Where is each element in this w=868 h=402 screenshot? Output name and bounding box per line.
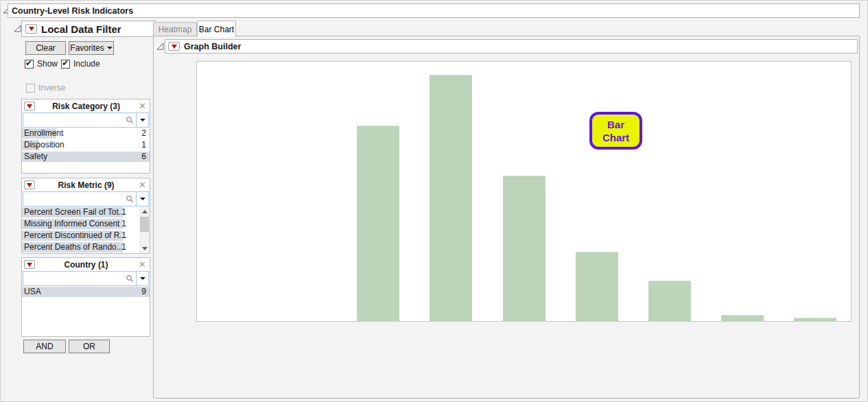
checkbox-unchecked-icon — [26, 84, 35, 93]
graph-collapse-triangle-icon[interactable] — [156, 43, 164, 50]
filter-value-list: Enrollment2Disposition1Safety6 — [22, 128, 150, 173]
item-label: Percent Deaths of Rando... — [22, 242, 124, 252]
item-label: Enrollment — [22, 128, 63, 138]
or-button[interactable]: OR — [69, 340, 110, 353]
clear-button[interactable]: Clear — [25, 41, 66, 55]
bar[interactable] — [721, 315, 764, 322]
bar[interactable] — [648, 281, 691, 322]
dropdown-arrow-icon — [140, 119, 145, 121]
filter-collapse-triangle-icon[interactable] — [14, 25, 21, 32]
graph-title-bar: Graph Builder — [165, 39, 858, 54]
close-icon[interactable]: ✕ — [137, 180, 148, 189]
section-menu-button[interactable] — [24, 180, 35, 189]
red-triangle-icon — [29, 27, 34, 31]
bar[interactable] — [430, 75, 472, 322]
search-icon — [125, 194, 134, 204]
filter-menu-button[interactable] — [25, 24, 37, 34]
tab-heatmap-label: Heatmap — [159, 25, 192, 34]
list-item[interactable]: Percent Discontinued of R...1 — [22, 230, 139, 241]
item-count: 1 — [121, 218, 126, 230]
clear-button-label: Clear — [36, 43, 56, 53]
item-label: Percent Screen Fail of Tot... — [22, 207, 126, 217]
filter-value-list: Percent Screen Fail of Tot...1Missing In… — [22, 206, 150, 253]
favorites-button-label: Favorites — [70, 43, 104, 53]
inverse-label: Inverse — [38, 83, 65, 93]
list-item[interactable]: Safety6 — [22, 151, 150, 163]
scroll-down-icon[interactable] — [139, 244, 150, 253]
section-title: Risk Category (3) — [37, 102, 135, 111]
checkbox-checked-icon: ✔ — [25, 60, 34, 69]
search-input[interactable] — [23, 113, 125, 127]
bar[interactable] — [503, 176, 546, 322]
red-triangle-icon — [27, 263, 32, 267]
bar[interactable] — [794, 318, 836, 322]
list-item[interactable]: Missing Informed Consent1 — [22, 218, 139, 230]
item-count: 1 — [141, 139, 146, 151]
item-count: 1 — [121, 206, 126, 218]
filter-value-list: USA9 — [22, 286, 150, 336]
filter-section: Country (1)✕USA9 — [21, 257, 150, 337]
red-triangle-icon — [172, 45, 177, 49]
tab-heatmap[interactable]: Heatmap — [153, 22, 197, 36]
search-dropdown-button[interactable] — [136, 272, 148, 285]
item-label: Safety — [22, 152, 47, 161]
and-button[interactable]: AND — [23, 340, 66, 353]
list-item[interactable]: Disposition1 — [22, 139, 150, 151]
filter-section: Risk Category (3)✕Enrollment2Disposition… — [21, 99, 150, 174]
show-checkbox[interactable]: ✔ Show — [25, 59, 58, 69]
favorites-button[interactable]: Favorites — [69, 41, 114, 55]
item-label: USA — [22, 287, 41, 296]
close-icon[interactable]: ✕ — [137, 260, 148, 269]
list-item[interactable]: USA9 — [22, 286, 150, 298]
close-icon[interactable]: ✕ — [137, 102, 148, 110]
item-count: 9 — [141, 286, 146, 298]
tab-bar-chart[interactable]: Bar Chart — [197, 21, 236, 37]
item-count: 1 — [121, 241, 126, 253]
filter-title: Local Data Filter — [41, 23, 121, 35]
bar-chart-annotation[interactable]: Bar Chart — [589, 112, 642, 150]
or-button-label: OR — [83, 342, 95, 351]
item-label: Percent Discontinued of R... — [22, 230, 126, 240]
item-count: 1 — [121, 230, 126, 241]
search-icon — [125, 115, 134, 125]
show-label: Show — [37, 59, 58, 69]
list-item[interactable]: Percent Screen Fail of Tot...1 — [22, 206, 139, 218]
section-menu-button[interactable] — [24, 102, 35, 110]
graph-title: Graph Builder — [184, 42, 241, 51]
page-title: Country-Level Risk Indicators — [8, 6, 133, 16]
dropdown-arrow-icon — [107, 47, 113, 49]
red-triangle-icon — [27, 104, 32, 108]
tab-bar-chart-label: Bar Chart — [199, 25, 234, 34]
section-menu-button[interactable] — [24, 260, 35, 269]
bar[interactable] — [576, 252, 618, 322]
scroll-up-icon[interactable] — [139, 206, 150, 216]
item-label: Missing Informed Consent — [22, 219, 119, 228]
report-title-bar: Country-Level Risk Indicators — [8, 3, 860, 18]
and-button-label: AND — [36, 342, 53, 351]
list-item[interactable]: Percent Deaths of Rando...1 — [22, 241, 139, 253]
search-input[interactable] — [23, 192, 125, 206]
search-icon — [125, 274, 134, 283]
scrollbar-thumb[interactable] — [140, 217, 149, 232]
dropdown-arrow-icon — [140, 277, 145, 280]
scrollbar[interactable] — [139, 206, 150, 253]
graph-menu-button[interactable] — [168, 42, 180, 51]
list-item[interactable]: Enrollment2 — [22, 128, 150, 139]
search-dropdown-button[interactable] — [136, 192, 148, 206]
item-label: Disposition — [22, 140, 64, 150]
bar[interactable] — [357, 126, 399, 322]
item-count: 6 — [141, 151, 146, 163]
jmp-report-window: Country-Level Risk Indicators Local Data… — [0, 0, 868, 402]
section-title: Country (1) — [37, 260, 135, 270]
inverse-checkbox: Inverse — [26, 83, 65, 93]
red-triangle-icon — [27, 183, 32, 187]
search-dropdown-button[interactable] — [136, 113, 148, 127]
checkbox-checked-icon: ✔ — [61, 60, 70, 69]
filter-title-bar: Local Data Filter — [21, 21, 156, 37]
include-checkbox[interactable]: ✔ Include — [61, 59, 100, 69]
item-count: 2 — [141, 128, 146, 139]
dropdown-arrow-icon — [140, 198, 145, 200]
section-title: Risk Metric (9) — [37, 180, 135, 190]
filter-section: Risk Metric (9)✕Percent Screen Fail of T… — [21, 178, 150, 254]
search-input[interactable] — [23, 272, 125, 285]
